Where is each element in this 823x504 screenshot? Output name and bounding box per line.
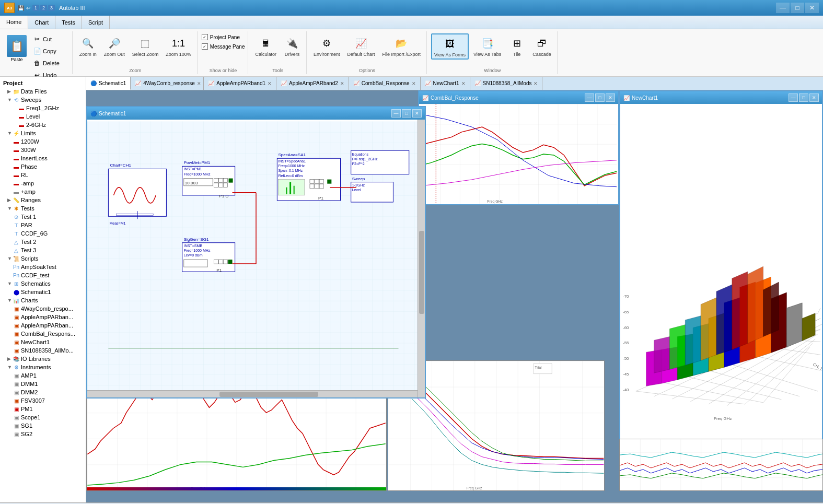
minimize-button[interactable]: —: [776, 3, 790, 13]
cascade-button[interactable]: 🗗 Cascade: [530, 33, 554, 58]
tab-newchart1[interactable]: 📈 NewChart1 ✕: [421, 77, 470, 90]
tab-close-appleamp1[interactable]: ✕: [268, 81, 272, 86]
tab-home[interactable]: Home: [0, 16, 28, 29]
tree-item-test3[interactable]: △ Test 3: [0, 246, 86, 254]
maximize-button[interactable]: □: [791, 3, 804, 13]
tree-item-sg2[interactable]: ▣ SG2: [0, 430, 86, 438]
tab-tests[interactable]: Tests: [55, 16, 82, 29]
tree-item-charts[interactable]: ▼ 📊 Charts: [0, 296, 86, 304]
test3-icon: △: [13, 247, 20, 254]
copy-button[interactable]: 📄 Copy: [30, 45, 69, 57]
tab-chart[interactable]: Chart: [28, 16, 55, 29]
tree-item-pm1[interactable]: ▣ PM1: [0, 405, 86, 413]
tree-item-limits[interactable]: ▼ ⚡ Limits: [0, 129, 86, 137]
tab-appleamp1[interactable]: 📈 AppleAmpPARband1 ✕: [204, 77, 276, 90]
tree-item-combbal[interactable]: ▣ CombBal_Respons...: [0, 330, 86, 338]
tree-item-test2[interactable]: △ Test 2: [0, 238, 86, 246]
schematic1-minimize[interactable]: —: [391, 109, 401, 118]
tree-item-sg1[interactable]: ▣ SG1: [0, 421, 86, 430]
tree-item-amp1[interactable]: ▣ AMP1: [0, 371, 86, 380]
tree-item-minus-amp[interactable]: ▬ -amp: [0, 179, 86, 187]
zoom-in-icon: 🔍: [79, 35, 96, 52]
tree-item-appleamp2[interactable]: ▣ AppleAmpPARban...: [0, 321, 86, 330]
default-chart-button[interactable]: 📈 Default Chart: [345, 33, 378, 58]
tree-item-scripts[interactable]: ▼ 📜 Scripts: [0, 254, 86, 263]
tree-item-sn1088[interactable]: ▣ SN1088358_AllMo...: [0, 346, 86, 355]
tab-appleamp2[interactable]: 📈 AppleAmpPARband2 ✕: [276, 77, 349, 90]
tab-close-4waycomb[interactable]: ✕: [197, 81, 201, 86]
newchart1-minimize[interactable]: —: [789, 93, 798, 102]
quick-undo-icon[interactable]: ↩: [26, 5, 30, 11]
tree-item-dmm1[interactable]: ▣ DMM1: [0, 380, 86, 388]
tree-item-plus-amp[interactable]: ▬ +amp: [0, 187, 86, 196]
drivers-button[interactable]: 🔌 Drivers: [281, 33, 303, 58]
newchart1-close[interactable]: ✕: [809, 93, 819, 102]
tree-item-scope1[interactable]: ▣ Scope1: [0, 413, 86, 421]
tree-item-ranges[interactable]: ▶ 📏 Ranges: [0, 196, 86, 204]
schematic1-maximize[interactable]: □: [402, 109, 411, 118]
combbal-minimize[interactable]: —: [585, 93, 594, 102]
tree-item-4waycomb[interactable]: ▣ 4WayComb_respo...: [0, 304, 86, 313]
calculator-button[interactable]: 🖩 Calculator: [252, 33, 279, 58]
zoom-in-button[interactable]: 🔍 Zoom In: [77, 33, 99, 58]
tree-item-test1[interactable]: ⊙ Test 1: [0, 213, 86, 221]
tree-item-schematic1[interactable]: ⬤ Schematic1: [0, 288, 86, 296]
tab-bar: 🔵 Schematic1 📈 4WayComb_response ✕ 📈 App…: [86, 77, 823, 90]
combbal-maximize[interactable]: □: [595, 93, 605, 102]
schematic-vscrollbar[interactable]: [418, 120, 425, 397]
view-as-forms-button[interactable]: 🖼 View As Forms: [431, 33, 469, 60]
tab-schematic1[interactable]: 🔵 Schematic1: [86, 77, 131, 90]
tab-4waycomb[interactable]: 📈 4WayComb_response ✕: [131, 77, 204, 90]
tree-item-phase[interactable]: ▬ Phase: [0, 162, 86, 171]
tab-close-appleamp2[interactable]: ✕: [340, 81, 344, 86]
quick-save-icon[interactable]: 💾: [18, 5, 24, 11]
cut-button[interactable]: ✂ Cut: [30, 33, 69, 45]
tile-button[interactable]: ⊞ Tile: [506, 33, 528, 58]
file-import-export-button[interactable]: 📂 File Import /Export: [380, 33, 424, 58]
tree-item-300w[interactable]: ▬ 300W: [0, 146, 86, 154]
tab-close-combbal[interactable]: ✕: [412, 81, 416, 86]
project-pane-toggle[interactable]: Project Pane: [202, 33, 240, 41]
view-as-tabs-button[interactable]: 📑 View As Tabs: [471, 33, 504, 58]
tab-script[interactable]: Script: [82, 16, 110, 29]
tree-item-io-libraries[interactable]: ▶ 📚 IO Libraries: [0, 355, 86, 363]
project-pane-checkbox[interactable]: [202, 34, 208, 40]
select-zoom-button[interactable]: ⬚ Select Zoom: [130, 33, 161, 58]
tree-item-sweeps[interactable]: ▼ ⟲ Sweeps: [0, 96, 86, 104]
tree-item-dmm2[interactable]: ▣ DMM2: [0, 388, 86, 396]
tree-item-tests[interactable]: ▼ ✱ Tests: [0, 204, 86, 213]
tree-item-appleamp1[interactable]: ▣ AppleAmpPARban...: [0, 313, 86, 321]
zoom-out-button[interactable]: 🔎 Zoom Out: [101, 33, 127, 58]
tree-item-instruments[interactable]: ▼ ⚙ Instruments: [0, 363, 86, 371]
tree-item-ccdf-test[interactable]: Pn CCDF_test: [0, 271, 86, 279]
newchart1-3d-svg: -40 -45 -50 -55 -60 -65 -70 0 -5 -10: [620, 104, 822, 476]
tree-item-1200w[interactable]: ▬ 1200W: [0, 137, 86, 146]
schematic1-close[interactable]: ✕: [412, 109, 422, 118]
tab-combbal[interactable]: 📈 CombBal_Response ✕: [349, 77, 421, 90]
tree-item-par[interactable]: ⊤ PAR: [0, 221, 86, 229]
tree-item-2-6ghz[interactable]: ▬ 2-6GHz: [0, 121, 86, 129]
paste-button[interactable]: 📋 Paste: [5, 33, 28, 64]
schematic-hscrollbar[interactable]: [87, 390, 418, 397]
message-pane-toggle[interactable]: Message Pane: [202, 43, 245, 50]
tree-item-ampsoak[interactable]: Pn AmpSoakTest: [0, 263, 86, 271]
tree-item-newchart1[interactable]: ▣ NewChart1: [0, 338, 86, 346]
tab-close-sn1088[interactable]: ✕: [534, 81, 538, 86]
tree-item-schematics[interactable]: ▼ ⊞ Schematics: [0, 279, 86, 288]
tree-item-data-files[interactable]: ▶ 📁 Data Files: [0, 87, 86, 96]
tree-item-rl[interactable]: ▬ RL: [0, 171, 86, 179]
message-pane-checkbox[interactable]: [202, 43, 208, 50]
close-button[interactable]: ✕: [805, 3, 819, 13]
tree-item-freq1[interactable]: ▬ Freq1_2GHz: [0, 104, 86, 112]
environment-button[interactable]: ⚙ Environment: [311, 33, 343, 58]
tree-item-insertloss[interactable]: ▬ InsertLoss: [0, 154, 86, 162]
tree-item-ccdf6g[interactable]: ⊤ CCDF_6G: [0, 229, 86, 238]
zoom-100-button[interactable]: 1:1 Zoom 100%: [163, 33, 194, 58]
tab-close-newchart1[interactable]: ✕: [461, 81, 466, 86]
newchart1-maximize[interactable]: □: [799, 93, 808, 102]
delete-button[interactable]: 🗑 Delete: [30, 57, 69, 69]
tab-sn1088[interactable]: 📈 SN1088358_AllMods ✕: [470, 77, 543, 90]
combbal-close[interactable]: ✕: [606, 93, 615, 102]
tree-item-level[interactable]: ▬ Level: [0, 112, 86, 121]
tree-item-fsv3007[interactable]: ▣ FSV3007: [0, 396, 86, 405]
